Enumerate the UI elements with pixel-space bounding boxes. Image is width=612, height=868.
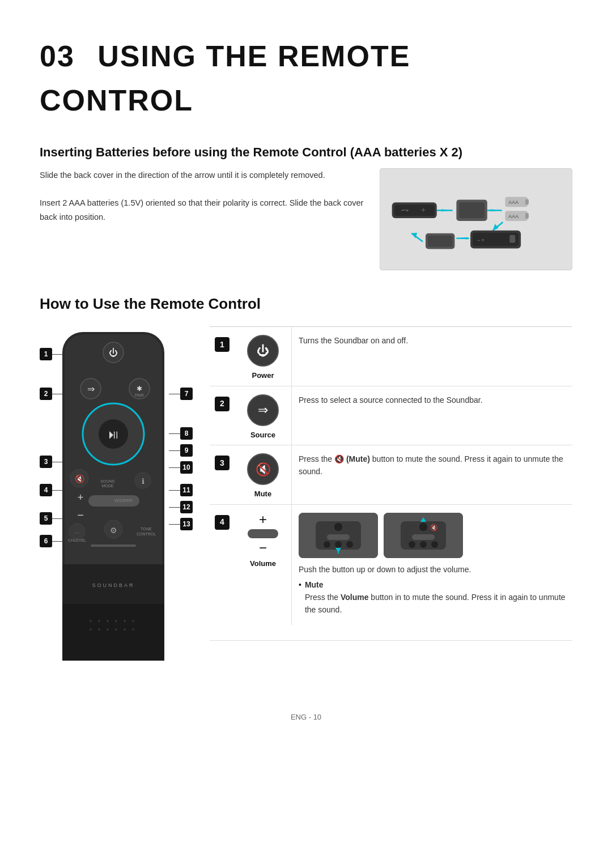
source-icon: ⇒ <box>258 401 268 419</box>
mute-icon-circle: 🔇 <box>247 453 279 485</box>
svg-text:AAA: AAA <box>508 199 518 205</box>
mute-icon: 🔇 <box>256 460 271 479</box>
svg-point-74 <box>132 628 134 631</box>
svg-point-68 <box>132 620 134 622</box>
callout-10-right: 10 <box>169 461 193 474</box>
svg-rect-78 <box>327 534 350 540</box>
how-section-heading: How to Use the Remote Control <box>40 293 572 315</box>
svg-text:⏯: ⏯ <box>107 427 120 441</box>
svg-text:WOOFER: WOOFER <box>114 499 133 503</box>
ref-row-source: 2 ⇒ Source Press to select a source conn… <box>210 386 572 446</box>
callout-13-right: 13 <box>169 518 193 530</box>
svg-text:+: + <box>78 492 84 503</box>
svg-text:SOUNDBAR: SOUNDBAR <box>92 582 134 588</box>
volume-minus-icon: − <box>259 541 267 555</box>
volume-bullet-list: • Mute Press the Volume button in to mut… <box>299 579 566 616</box>
svg-text:⚙: ⚙ <box>110 526 117 535</box>
battery-text-1: Slide the back cover in the direction of… <box>40 168 366 182</box>
svg-text:⏻: ⏻ <box>109 348 118 358</box>
volume-desc-text: Push the button up or down to adjust the… <box>299 564 566 576</box>
volume-images: 🔇 <box>299 513 566 558</box>
svg-point-64 <box>98 620 100 622</box>
svg-rect-7 <box>459 202 484 218</box>
svg-text:⇒: ⇒ <box>87 384 95 394</box>
svg-text:MODE: MODE <box>102 484 114 488</box>
svg-point-63 <box>90 620 92 622</box>
svg-text:CONTROL: CONTROL <box>137 532 156 536</box>
callout-11-right: 11 <box>169 484 193 496</box>
svg-point-89 <box>420 541 427 548</box>
volume-diagram-2: 🔇 <box>384 513 463 558</box>
svg-point-79 <box>324 541 330 548</box>
svg-rect-31 <box>65 334 162 602</box>
svg-text:🔇: 🔇 <box>430 524 438 531</box>
svg-rect-11 <box>525 199 529 205</box>
remote-diagram: 1 2 3 4 5 6 7 8 <box>40 326 193 689</box>
svg-point-86 <box>419 522 428 531</box>
page-title: 03 USING THE REMOTE CONTROL <box>40 34 572 122</box>
svg-point-77 <box>334 522 343 531</box>
svg-point-67 <box>124 620 126 622</box>
svg-text:CHLEVEL: CHLEVEL <box>68 538 86 542</box>
battery-diagram: − + AAA AAA <box>380 168 572 270</box>
page-footer: ENG - 10 <box>40 712 572 723</box>
source-label: Source <box>250 429 275 441</box>
ref-num-1: 1 <box>215 337 230 352</box>
source-description: Press to select a source connected to th… <box>291 386 572 445</box>
svg-point-88 <box>409 541 415 548</box>
volume-slider-bar <box>248 529 278 538</box>
svg-point-72 <box>115 628 117 631</box>
svg-point-69 <box>90 628 92 631</box>
svg-rect-59 <box>91 544 136 547</box>
ref-num-3: 3 <box>215 456 230 470</box>
svg-rect-62 <box>62 604 164 661</box>
battery-section: Slide the back cover in the direction of… <box>40 168 572 270</box>
svg-text:✱: ✱ <box>137 385 142 393</box>
svg-text:+: + <box>421 205 426 214</box>
ref-row-volume: 4 + − Volume <box>210 505 572 641</box>
svg-point-70 <box>98 628 100 631</box>
power-icon-circle: ⏻ <box>247 335 279 367</box>
power-label: Power <box>252 370 274 381</box>
battery-text-2: Insert 2 AAA batteries (1.5V) oriented s… <box>40 196 366 224</box>
ref-num-2: 2 <box>215 397 230 411</box>
ref-num-4: 4 <box>215 515 230 530</box>
svg-point-65 <box>107 620 109 622</box>
svg-point-66 <box>115 620 117 622</box>
how-content: 1 2 3 4 5 6 7 8 <box>40 326 572 689</box>
power-description: Turns the Soundbar on and off. <box>291 327 572 386</box>
power-icon: ⏻ <box>257 342 269 360</box>
svg-text:−: − <box>77 509 84 521</box>
callout-7-right: 7 <box>169 388 193 400</box>
ref-row-power: 1 ⏻ Power Turns the Soundbar on and off. <box>210 327 572 386</box>
svg-point-73 <box>124 628 126 631</box>
volume-button-group: + − <box>248 513 278 555</box>
callout-8-right: 8 <box>169 427 193 440</box>
volume-diagram-1 <box>299 513 378 558</box>
svg-point-80 <box>335 541 342 548</box>
volume-label: Volume <box>250 558 276 569</box>
source-icon-circle: ⇒ <box>247 394 279 426</box>
svg-text:SOUND: SOUND <box>100 479 114 483</box>
volume-plus-icon: + <box>259 513 267 526</box>
svg-rect-25 <box>428 236 453 247</box>
remote-control-body: ⏻ ⇒ ✱ PAIR ⏯ 🔇 S <box>57 326 170 670</box>
svg-rect-2 <box>394 205 435 216</box>
svg-text:AAA: AAA <box>508 214 518 219</box>
battery-instructions: Slide the back cover in the direction of… <box>40 168 380 224</box>
reference-table: 1 ⏻ Power Turns the Soundbar on and off.… <box>210 326 572 641</box>
svg-text:⋯: ⋯ <box>75 530 79 535</box>
svg-rect-14 <box>525 213 529 219</box>
svg-text:−   +: − + <box>477 237 484 243</box>
svg-rect-21 <box>509 235 515 243</box>
callout-9-right: 9 <box>169 444 193 457</box>
svg-text:ℹ: ℹ <box>142 477 144 486</box>
volume-mute-bullet-label: Mute <box>305 580 324 589</box>
callout-12-right: 12 <box>169 501 193 513</box>
svg-text:TONE: TONE <box>141 527 152 531</box>
svg-text:−: − <box>402 205 406 214</box>
svg-point-90 <box>431 541 438 548</box>
ref-row-mute: 3 🔇 Mute Press the 🔇 (Mute) button to mu… <box>210 445 572 505</box>
svg-point-81 <box>346 541 353 548</box>
svg-rect-87 <box>412 534 435 540</box>
